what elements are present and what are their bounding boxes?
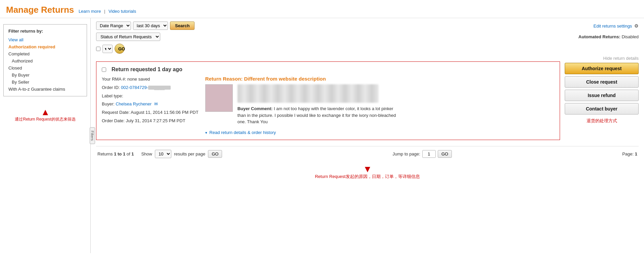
status-filter-select[interactable]: Status of Return Requests: [96, 33, 160, 41]
bottom-annotation: Return Request发起的原因，日期，订单，等详细信息: [96, 167, 639, 180]
bulk-go-button[interactable]: GO: [115, 44, 125, 54]
sidebar-item-view-all[interactable]: View all: [4, 36, 87, 43]
return-reason-block: Return Reason: Different from website de…: [205, 76, 554, 135]
request-date-label: Request Date:: [102, 110, 130, 115]
sidebar-item-label: Closed: [8, 65, 22, 71]
jump-go-button[interactable]: GO: [438, 150, 452, 158]
toolbar-row-2: Status of Return Requests Automated Retu…: [96, 33, 639, 41]
return-item-body: Your RMA #: none saved Order ID: 002-078…: [102, 76, 554, 135]
page-title: Manage Returns: [6, 5, 74, 15]
action-panel: Authorize request Close request Issue re…: [565, 61, 639, 124]
toolbar-row-1: Date Range last 30 days last 7 days last…: [96, 21, 639, 30]
sidebar-item-label: With A-to-z Guarantee claims: [8, 87, 65, 92]
page-label: Page:: [622, 151, 634, 156]
order-id-row: Order ID: 002-0784729-████: [102, 84, 199, 91]
close-request-button[interactable]: Close request: [565, 76, 639, 88]
order-date-value: July 31, 2014 7:27:25 PM PDT: [126, 118, 185, 123]
read-details-text: Read return details & order history: [209, 130, 276, 135]
arrow-up-icon: [43, 110, 48, 115]
rma-text: Your RMA #: none saved: [102, 76, 199, 83]
bulk-action-select[interactable]: ▾: [102, 45, 113, 53]
product-image: [205, 84, 233, 112]
action-annotation: 退货的处理方式: [587, 118, 617, 124]
action-buttons: Authorize request Close request Issue re…: [565, 61, 639, 115]
sidebar-item-by-seller[interactable]: By Seller: [4, 79, 87, 86]
issue-refund-button[interactable]: Issue refund: [565, 90, 639, 101]
toolbar-right: Edit returns settings ⚙: [593, 23, 639, 29]
chevron-down-icon: ▾: [205, 131, 207, 135]
page-header: Manage Returns Learn more | Video tutori…: [0, 0, 644, 18]
video-tutorials-link[interactable]: Video tutorials: [109, 9, 136, 14]
jump-to-page-input[interactable]: [422, 150, 436, 158]
search-button[interactable]: Search: [170, 21, 195, 30]
sidebar-annotation-text: 通过Return Request的状态来筛选: [15, 117, 75, 122]
show-label: Show: [141, 151, 152, 156]
date-range-select[interactable]: last 30 days last 7 days last 90 days: [133, 21, 168, 30]
select-all-checkbox[interactable]: [96, 47, 100, 51]
request-date-value: August 11, 2014 11:56:06 PM PDT: [131, 110, 199, 115]
results-per-page-label: results per page: [174, 151, 205, 156]
sidebar-item-atoz[interactable]: With A-to-z Guarantee claims: [4, 86, 87, 93]
returns-count-label: Returns 1 to 1 of 1: [97, 151, 134, 156]
main-layout: Filter returns by: View all Authorizatio…: [0, 18, 644, 253]
view-all-link[interactable]: View all: [8, 37, 24, 42]
buyer-comment: Buyer Comment: I am not too happy with t…: [238, 105, 399, 125]
sidebar-item-label: By Buyer: [12, 73, 30, 78]
contact-buyer-button[interactable]: Contact buyer: [565, 103, 639, 115]
return-info-block: Your RMA #: none saved Order ID: 002-078…: [102, 76, 199, 135]
request-date-row: Request Date: August 11, 2014 11:56:06 P…: [102, 109, 199, 116]
settings-icon: ⚙: [634, 23, 639, 29]
automated-returns-label: Automated Returns:: [578, 34, 620, 39]
automated-returns-badge: Automated Returns: Disabled: [578, 34, 639, 39]
buyer-link[interactable]: Chelsea Rychener: [116, 101, 152, 106]
sidebar-item-completed[interactable]: Completed: [4, 50, 87, 57]
email-icon: ✉: [154, 101, 158, 106]
buyer-comment-label: Buyer Comment:: [238, 106, 273, 111]
hide-details-link[interactable]: Hide return details: [603, 56, 639, 61]
sidebar-item-label: Authorized: [12, 58, 33, 63]
buyer-row: Buyer: Chelsea Rychener ✉: [102, 101, 199, 108]
sidebar-item-authorized[interactable]: Authorized: [4, 57, 87, 64]
toolbar-left: Date Range last 30 days last 7 days last…: [96, 21, 195, 30]
bottom-annotation-text: Return Request发起的原因，日期，订单，等详细信息: [315, 174, 420, 180]
authorize-request-button[interactable]: Authorize request: [565, 63, 639, 74]
return-item-card: Return requested 1 day ago Your RMA #: n…: [96, 61, 560, 140]
results-per-page-select[interactable]: 10 25 50: [155, 150, 171, 158]
return-row: Return requested 1 day ago Your RMA #: n…: [96, 61, 639, 143]
page-number: 1: [635, 151, 637, 156]
return-item-checkbox[interactable]: [102, 67, 106, 72]
sidebar-item-label: Authorization required: [8, 44, 55, 49]
sidebar-annotation: 通过Return Request的状态来筛选: [0, 110, 90, 122]
return-item-title: Return requested 1 day ago: [112, 66, 182, 73]
order-date-label: Order Date:: [102, 118, 125, 123]
reason-text-block: Buyer Comment: I am not too happy with t…: [238, 84, 399, 125]
sidebar-item-closed[interactable]: Closed: [4, 64, 87, 72]
edit-returns-settings-link[interactable]: Edit returns settings: [593, 24, 632, 29]
arrow-down-icon: [365, 167, 370, 172]
status-filter-left: Status of Return Requests: [96, 33, 160, 41]
header-links: Learn more | Video tutorials: [79, 9, 136, 14]
pagination-right: Page: 1: [622, 151, 637, 156]
sidebar-item-label: Completed: [8, 51, 30, 56]
buyer-label: Buyer:: [102, 101, 115, 106]
learn-more-link[interactable]: Learn more: [79, 9, 101, 14]
show-go-button[interactable]: GO: [208, 150, 222, 158]
label-type-row: Label type:: [102, 93, 199, 100]
sidebar: Filter returns by: View all Authorizatio…: [0, 18, 91, 253]
order-id-label: Order ID:: [102, 85, 120, 90]
read-details-link[interactable]: ▾ Read return details & order history: [205, 130, 554, 135]
blurred-product-detail: [238, 84, 379, 103]
date-range-type-select[interactable]: Date Range: [96, 21, 131, 30]
main-content: Date Range last 30 days last 7 days last…: [91, 18, 644, 253]
sidebar-item-label: By Seller: [12, 80, 29, 85]
order-id-link[interactable]: 002-0784729-████: [121, 85, 171, 90]
pagination-bar: Returns 1 to 1 of 1 Show 10 25 50 result…: [96, 146, 639, 162]
sidebar-collapse-btn[interactable]: Filters: [90, 127, 95, 144]
filters-label: Filters: [90, 131, 94, 141]
sidebar-item-auth-required[interactable]: Authorization required: [4, 43, 87, 50]
return-item-header: Return requested 1 day ago: [102, 66, 554, 73]
header-sep: |: [104, 9, 105, 14]
jump-to-page-label: Jump to page:: [392, 151, 420, 156]
sidebar-item-by-buyer[interactable]: By Buyer: [4, 72, 87, 79]
hide-details-container: Hide return details: [96, 56, 639, 61]
